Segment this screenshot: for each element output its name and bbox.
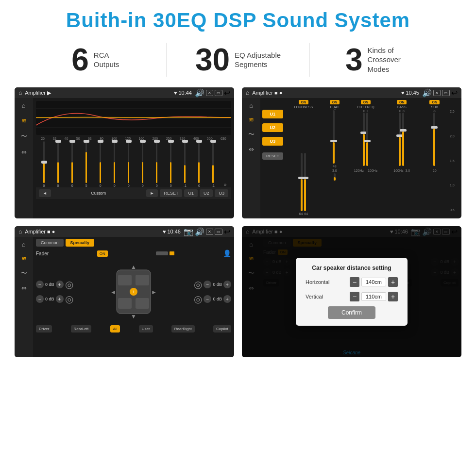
speaker-layout: − 0 dB + ◎ − 0 dB + ◎ [36,260,231,323]
vertical-value: 110cm [361,292,386,301]
u3-btn[interactable]: U3 [262,137,283,146]
eq-graph-svg [36,101,231,135]
screen1-content: ⌂ ≋ 〜 ⇔ [15,98,234,218]
horizontal-minus-btn[interactable]: − [350,277,359,287]
eq-slider-3[interactable]: 5 [83,141,90,187]
eq-graph [36,101,231,135]
dialog-overlay: Car speaker distance setting Horizontal … [242,226,461,357]
specialty-tab[interactable]: Specialty [66,239,95,247]
s2-eq-icon[interactable]: ≋ [249,116,254,123]
home-icon-2[interactable]: ⌂ [246,89,249,96]
bl-plus-btn[interactable]: + [56,295,64,303]
s2-expand-icon[interactable]: ⇔ [249,146,254,153]
eq-slider-8[interactable]: 0 [153,141,160,187]
tr-plus-btn[interactable]: + [223,281,231,288]
eq-slider-12[interactable]: -1 [210,141,217,187]
eq-slider-5[interactable]: 0 [111,141,118,187]
rearleft-btn[interactable]: RearLeft [71,325,92,333]
svg-rect-4 [118,275,132,285]
reset-button[interactable]: RESET [160,189,182,197]
s3-home-icon[interactable]: ⌂ [22,241,26,248]
bass-on-btn[interactable]: ON [397,100,407,104]
br-plus-btn[interactable]: + [223,295,231,303]
eq-slider-10[interactable]: -1 [182,141,188,187]
phat-on-btn[interactable]: ON [330,100,340,104]
u1-button[interactable]: U1 [184,189,198,197]
bass-slider2[interactable] [402,113,404,166]
cutfreq-slider2[interactable] [366,113,368,166]
s2-home-icon[interactable]: ⌂ [249,102,253,109]
confirm-button[interactable]: Confirm [328,306,375,319]
phat-slider[interactable] [333,110,335,164]
loudness-slider2[interactable] [304,153,306,211]
tl-minus-btn[interactable]: − [36,281,44,288]
cutfreq-on-btn[interactable]: ON [361,100,371,104]
vertical-plus-btn[interactable]: + [388,292,398,301]
bass-slider1[interactable] [399,113,401,166]
br-minus-btn[interactable]: − [204,295,211,303]
speaker-icon-bl: ◎ [65,293,73,305]
phat-slider2[interactable] [334,173,336,181]
sub-slider[interactable] [433,113,435,166]
top-left-speaker: − 0 dB + ◎ [36,279,73,290]
horizontal-row: Horizontal − 140cm + [306,277,398,287]
u1-btn[interactable]: U1 [262,110,283,118]
loudness-control: ON LOUDNESS [287,100,320,216]
s3-eq-icon[interactable]: ≋ [21,255,27,262]
stat-crossover: 3 Kinds ofCrossover Modes [314,44,447,75]
eq-slider-9[interactable]: 0 [168,141,174,187]
s2-wave-icon[interactable]: 〜 [248,130,255,139]
horizontal-plus-btn[interactable]: + [388,277,398,287]
screen-dialog: ⌂ Amplifier ■ ● ♥ 10:46 📷 🔊 ✕ ▭ ↩ ⌂ ≋ 〜 … [242,226,461,357]
vertical-minus-btn[interactable]: − [350,292,359,301]
loudness-on-btn[interactable]: ON [299,100,309,104]
status-icons-1: 🔊 ✕ ▭ ↩ [195,88,230,98]
u2-btn[interactable]: U2 [262,123,283,132]
speaker-icon-tl: ◎ [65,279,73,290]
right-speaker-controls: ◎ − 0 dB + ◎ − 0 dB + [194,260,231,323]
eq-slider-0[interactable]: 0 [41,141,48,187]
loudness-slider[interactable] [301,153,303,211]
common-tab[interactable]: Common [36,239,64,247]
sub-control: ON SUB G [421,100,448,216]
expand-arrows[interactable]: » [224,182,227,187]
page-header: Buith-in 30EQ DSP Sound System [0,0,476,37]
sub-label: SUB [431,105,438,109]
loudness-slider-wrap [301,110,306,211]
stat-number-6: 6 [71,44,89,75]
stat-number-3: 3 [345,44,363,75]
wave-sidebar-icon[interactable]: 〜 [21,132,27,141]
eq-slider-7[interactable]: 0 [139,141,146,187]
bl-minus-btn[interactable]: − [36,295,44,303]
rearright-btn[interactable]: RearRight [171,325,195,333]
next-button[interactable]: ► [146,189,158,197]
s3-wave-icon[interactable]: 〜 [21,269,27,278]
position-buttons: Driver RearLeft All User RearRight Copil… [36,325,231,333]
stats-row: 6 RCAOutputs 30 EQ AdjustableSegments 3 … [0,37,476,83]
tl-plus-btn[interactable]: + [56,281,64,288]
eq-slider-4[interactable]: 0 [97,141,104,187]
fader-user-icon[interactable]: 👤 [223,249,231,257]
tr-minus-btn[interactable]: − [204,281,211,288]
eq-slider-1[interactable]: 0 [55,141,62,187]
home-icon-3[interactable]: ⌂ [18,228,22,235]
user-btn[interactable]: User [139,325,153,333]
all-btn[interactable]: All [110,325,120,333]
sub-on-btn[interactable]: ON [429,100,440,104]
home-icon-1[interactable]: ⌂ [18,89,22,96]
s2-reset-btn[interactable]: RESET [262,152,283,160]
eq-sidebar-icon[interactable]: ≋ [21,117,27,124]
prev-button[interactable]: ◄ [39,189,51,197]
expand-sidebar-icon[interactable]: ⇔ [21,149,27,156]
driver-btn[interactable]: Driver [36,325,52,333]
eq-sliders-container: 0 0 0 5 0 [36,141,231,187]
eq-slider-6[interactable]: 0 [125,141,132,187]
eq-slider-2[interactable]: 0 [69,141,76,187]
copilot-btn[interactable]: Copilot [213,325,231,333]
s3-expand-icon[interactable]: ⇔ [21,284,27,292]
svg-text:▼: ▼ [131,313,136,320]
home-sidebar-icon[interactable]: ⌂ [22,102,26,109]
eq-slider-11[interactable]: 0 [196,141,203,187]
u2-button[interactable]: U2 [200,189,213,197]
u3-button[interactable]: U3 [215,189,228,197]
